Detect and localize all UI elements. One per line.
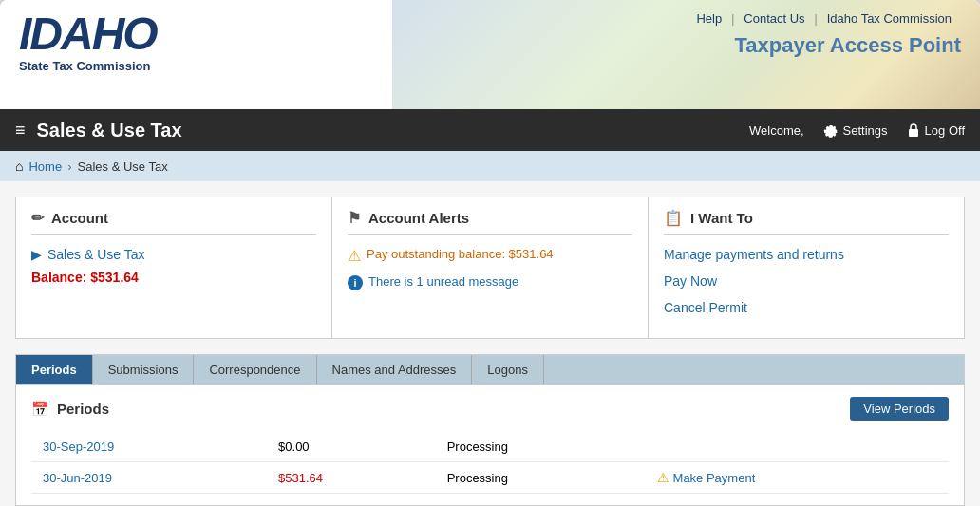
- navbar-title: Sales & Use Tax: [37, 120, 750, 141]
- alert-1: ⚠ Pay outstanding balance: $531.64: [348, 247, 632, 265]
- iwantto-column: 📋 I Want To Manage payments and returns …: [649, 197, 964, 338]
- periods-table: 30-Sep-2019 $0.00 Processing 30-Jun-2019…: [31, 432, 949, 494]
- period-date-1[interactable]: 30-Sep-2019: [43, 440, 114, 454]
- make-payment-text: Make Payment: [673, 471, 756, 485]
- breadcrumb-separator: ›: [67, 159, 71, 174]
- tabs-bar: Periods Submissions Correspondence Names…: [16, 355, 964, 385]
- periods-title-text: Periods: [57, 401, 109, 417]
- chevron-right-icon: ▶: [31, 247, 42, 262]
- calendar-icon: 📅: [31, 401, 49, 418]
- table-row: 30-Jun-2019 $531.64 Processing ⚠ Make Pa…: [31, 462, 949, 494]
- period-amount-1: $0.00: [267, 432, 436, 462]
- help-link[interactable]: Help: [687, 11, 731, 26]
- period-action-2: ⚠ Make Payment: [646, 462, 949, 494]
- tab-periods[interactable]: Periods: [16, 355, 93, 384]
- account-header: ✏ Account: [31, 209, 316, 235]
- breadcrumb-home-link[interactable]: Home: [28, 159, 62, 174]
- header-right: Help | Contact Us | Idaho Tax Commission…: [687, 11, 961, 58]
- header: IDAHO State Tax Commission Help | Contac…: [0, 0, 980, 109]
- tab-submissions[interactable]: Submissions: [93, 355, 195, 384]
- tab-names-addresses[interactable]: Names and Addresses: [317, 355, 473, 384]
- period-status-2: Processing: [436, 462, 646, 494]
- navbar-welcome: Welcome,: [749, 123, 804, 138]
- tap-title: Taxpayer Access Point: [735, 33, 961, 58]
- edit-icon: ✏: [31, 209, 44, 227]
- breadcrumb: ⌂ Home › Sales & Use Tax: [0, 151, 980, 181]
- tab-logons[interactable]: Logons: [472, 355, 544, 384]
- header-links: Help | Contact Us | Idaho Tax Commission: [687, 11, 961, 26]
- logo-subtitle: State Tax Commission: [19, 59, 157, 73]
- alerts-header-label: Account Alerts: [368, 210, 469, 226]
- logoff-label: Log Off: [925, 123, 965, 138]
- logo-area: IDAHO State Tax Commission: [19, 11, 157, 73]
- info-icon: i: [348, 275, 363, 290]
- account-balance: Balance: $531.64: [31, 270, 316, 285]
- three-columns: ✏ Account ▶ Sales & Use Tax Balance: $53…: [15, 197, 965, 339]
- alert-2-link[interactable]: There is 1 unread message: [368, 274, 518, 289]
- idaho-tax-commission-link[interactable]: Idaho Tax Commission: [818, 11, 961, 26]
- tab-correspondence[interactable]: Correspondence: [194, 355, 316, 384]
- period-date-2[interactable]: 30-Jun-2019: [43, 471, 112, 485]
- period-amount-2: $531.64: [267, 462, 436, 494]
- manage-payments-link[interactable]: Manage payments and returns: [664, 247, 949, 262]
- account-column: ✏ Account ▶ Sales & Use Tax Balance: $53…: [16, 197, 332, 338]
- account-header-label: Account: [51, 210, 108, 226]
- table-row: 30-Sep-2019 $0.00 Processing: [31, 432, 949, 462]
- alerts-column: ⚑ Account Alerts ⚠ Pay outstanding balan…: [332, 197, 649, 338]
- view-periods-button[interactable]: View Periods: [850, 397, 949, 421]
- account-item-sales[interactable]: ▶ Sales & Use Tax: [31, 247, 316, 262]
- period-action-1: [646, 432, 949, 462]
- main-content: ✏ Account ▶ Sales & Use Tax Balance: $53…: [0, 181, 980, 506]
- breadcrumb-current: Sales & Use Tax: [78, 159, 168, 174]
- period-status-1: Processing: [436, 432, 646, 462]
- tabs-container: Periods Submissions Correspondence Names…: [15, 354, 965, 506]
- account-item-label: Sales & Use Tax: [47, 247, 144, 262]
- iwantto-header: 📋 I Want To: [664, 209, 949, 235]
- settings-label: Settings: [843, 123, 888, 138]
- alert-2[interactable]: i There is 1 unread message: [348, 274, 632, 290]
- make-payment-link[interactable]: ⚠ Make Payment: [657, 470, 937, 485]
- menu-icon[interactable]: ≡: [15, 121, 26, 141]
- home-icon: ⌂: [15, 159, 23, 174]
- main-window: IDAHO State Tax Commission Help | Contac…: [0, 0, 980, 506]
- periods-section: 📅 Periods View Periods 30-Sep-2019 $0.00…: [16, 385, 964, 505]
- warning-triangle-icon: ⚠: [657, 470, 669, 485]
- logo-idaho: IDAHO: [19, 11, 157, 57]
- gear-icon: [823, 122, 839, 138]
- alert-1-text: Pay outstanding balance: $531.64: [367, 247, 554, 261]
- logoff-button[interactable]: Log Off: [907, 122, 965, 138]
- settings-button[interactable]: Settings: [823, 122, 888, 138]
- pay-now-link[interactable]: Pay Now: [664, 273, 949, 289]
- navbar-right: Welcome, Settings Log Off: [749, 122, 965, 138]
- periods-title: 📅 Periods: [31, 401, 109, 418]
- header-content: IDAHO State Tax Commission Help | Contac…: [0, 0, 980, 73]
- list-icon: 📋: [664, 209, 683, 227]
- alerts-header: ⚑ Account Alerts: [348, 209, 632, 235]
- cancel-permit-link[interactable]: Cancel Permit: [664, 300, 949, 315]
- flag-icon: ⚑: [348, 209, 361, 227]
- warning-icon-1: ⚠: [348, 247, 361, 265]
- iwantto-header-label: I Want To: [690, 210, 753, 226]
- periods-header: 📅 Periods View Periods: [31, 397, 949, 421]
- navbar: ≡ Sales & Use Tax Welcome, Settings Log …: [0, 109, 980, 151]
- lock-icon: [907, 122, 920, 138]
- svg-rect-0: [909, 129, 918, 137]
- contact-us-link[interactable]: Contact Us: [734, 11, 814, 26]
